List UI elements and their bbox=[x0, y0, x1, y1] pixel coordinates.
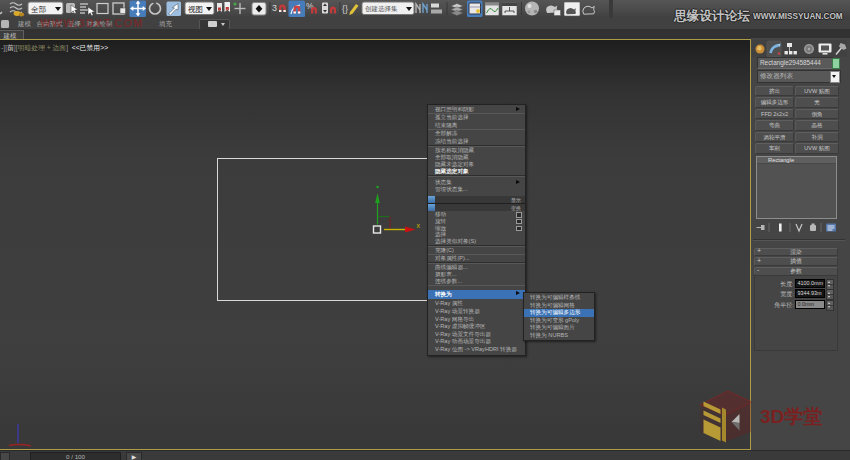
svg-text:视图: 视图 bbox=[188, 5, 203, 14]
svg-text:3: 3 bbox=[272, 3, 277, 13]
svg-text:x: x bbox=[417, 222, 421, 229]
svg-text:全部: 全部 bbox=[31, 5, 47, 14]
svg-text:创建选择集: 创建选择集 bbox=[365, 5, 398, 13]
svg-text:{}: {} bbox=[342, 4, 348, 14]
